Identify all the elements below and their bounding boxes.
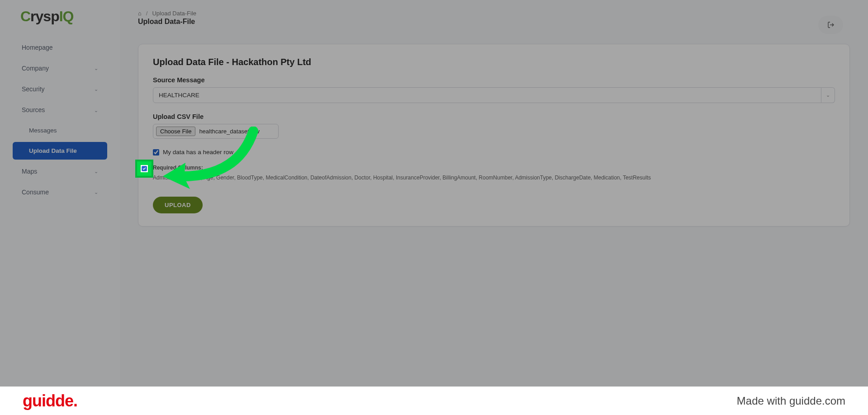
main-content: ⌂ / Upload Data-File Upload Data-File Up… <box>120 0 868 387</box>
sidebar-item-consume[interactable]: Consume⌄ <box>13 183 107 201</box>
chevron-down-icon: ⌄ <box>94 189 98 195</box>
annotation-arrow <box>156 127 260 190</box>
chevron-down-icon: ⌄ <box>94 86 98 92</box>
sidebar-item-sources[interactable]: Sources⌃ <box>13 101 107 119</box>
chevron-down-icon: ⌄ <box>94 66 98 71</box>
footer: guidde. Made with guidde.com <box>0 387 868 415</box>
footer-attribution: Made with guidde.com <box>737 395 845 407</box>
breadcrumb-item: Upload Data-File <box>152 10 196 17</box>
sidebar-item-messages[interactable]: Messages <box>13 122 107 139</box>
sidebar-item-label: Messages <box>29 127 57 134</box>
sidebar-item-label: Sources <box>22 106 45 113</box>
sidebar-item-label: Security <box>22 85 45 93</box>
chevron-down-icon: ⌄ <box>94 169 98 174</box>
home-icon[interactable]: ⌂ <box>138 10 142 17</box>
sidebar-nav: Homepage Company⌄ Security⌄ Sources⌃ Mes… <box>0 38 120 201</box>
sidebar-item-upload-data-file[interactable]: Upload Data File <box>13 142 107 160</box>
upload-csv-label: Upload CSV File <box>153 113 835 120</box>
upload-button[interactable]: UPLOAD <box>153 197 203 213</box>
chevron-up-icon: ⌃ <box>94 107 98 113</box>
logout-icon <box>827 21 835 28</box>
breadcrumb: ⌂ / Upload Data-File <box>138 10 850 17</box>
logout-button[interactable] <box>818 16 843 34</box>
sidebar: CryspIQ Homepage Company⌄ Security⌄ Sour… <box>0 0 120 387</box>
sidebar-item-security[interactable]: Security⌄ <box>13 80 107 98</box>
checkmark-icon <box>141 165 147 172</box>
breadcrumb-separator: / <box>146 10 148 17</box>
sidebar-item-maps[interactable]: Maps⌄ <box>13 162 107 180</box>
card-title: Upload Data File - Hackathon Pty Ltd <box>153 57 835 67</box>
app-logo: CryspIQ <box>0 8 120 38</box>
sidebar-item-company[interactable]: Company⌄ <box>13 59 107 77</box>
sidebar-item-label: Company <box>22 65 49 72</box>
page-title: Upload Data-File <box>138 18 850 26</box>
sidebar-item-label: Maps <box>22 168 37 175</box>
sidebar-item-label: Consume <box>22 189 49 196</box>
guidde-logo: guidde. <box>23 391 77 410</box>
source-message-label: Source Message <box>153 76 835 84</box>
source-message-select[interactable]: HEALTHCARE <box>153 87 821 103</box>
select-caret-icon[interactable]: ⌄ <box>821 87 835 103</box>
sidebar-item-label: Homepage <box>22 44 53 51</box>
sidebar-item-label: Upload Data File <box>29 147 77 154</box>
sidebar-item-homepage[interactable]: Homepage <box>13 38 107 57</box>
annotation-highlight-box <box>135 160 153 178</box>
